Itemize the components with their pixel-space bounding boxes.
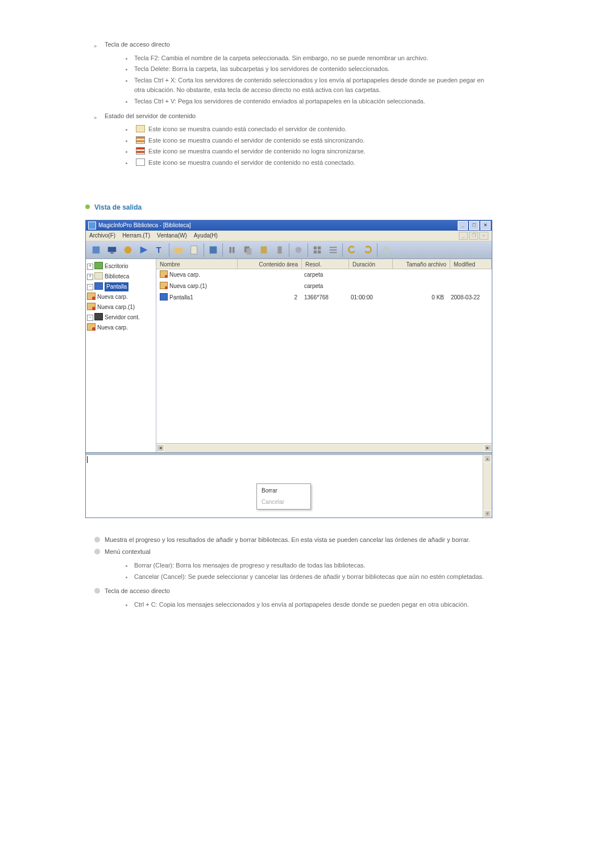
status-fail: Este icono se muestra cuando el servidor… <box>133 147 495 157</box>
shortcut-ctrl-c: Ctrl + C: Copia los mensajes seleccionad… <box>133 600 495 610</box>
tree-desktop[interactable]: +Escritorio <box>87 261 155 272</box>
folder-icon <box>160 270 168 278</box>
col-mod[interactable]: Modified <box>450 259 492 269</box>
list-row[interactable]: Pantalla1 2 1366*768 01:00:00 0 KB 2008-… <box>156 292 492 303</box>
tool-folder-up-icon[interactable] <box>171 243 186 257</box>
tool-paste-icon[interactable] <box>256 243 272 257</box>
mdi-restore-button[interactable]: ❐ <box>469 232 478 240</box>
menu-help[interactable]: Ayuda(H) <box>194 231 218 240</box>
arrow-icon: ▸ <box>94 113 100 119</box>
folder-icon <box>160 282 168 289</box>
shortcut-heading-text: Tecla de acceso directo <box>105 41 170 48</box>
tree-library[interactable]: +Biblioteca <box>87 272 155 282</box>
titlebar[interactable]: MagicInfoPro Biblioteca - [Biblioteca] _… <box>86 220 492 231</box>
menu-window[interactable]: Ventana(W) <box>157 231 187 240</box>
svg-rect-0 <box>93 246 100 253</box>
svg-point-22 <box>383 246 391 253</box>
ctx-clear-desc: Borrar (Clear): Borra los mensajes de pr… <box>133 561 495 571</box>
app-window: MagicInfoPro Biblioteca - [Biblioteca] _… <box>85 220 492 518</box>
status-heading-text: Estado del servidor de contenido <box>105 112 196 119</box>
status-syncing: Este icono se muestra cuando el servidor… <box>133 136 495 146</box>
output-pane[interactable]: ▲ ▼ Borrar Cancelar <box>86 454 492 518</box>
tool-delete-icon[interactable] <box>272 243 288 257</box>
context-menu: Borrar Cancelar <box>256 483 311 510</box>
tool-arrow-icon[interactable] <box>136 243 152 257</box>
menu-tools[interactable]: Herram.(T) <box>122 231 150 240</box>
tool-copy-icon[interactable] <box>240 243 256 257</box>
server-sync-fail-icon <box>136 147 145 155</box>
tool-monitor-icon[interactable] <box>104 243 120 257</box>
svg-rect-8 <box>230 247 232 253</box>
scroll-up-icon[interactable]: ▲ <box>484 455 491 462</box>
shortcut-sublist-2: Ctrl + C: Copia los mensajes seleccionad… <box>105 600 495 610</box>
tool-gear-icon[interactable] <box>291 243 306 257</box>
list-h-scrollbar[interactable]: ◄ ► <box>156 443 492 452</box>
toolbar: T <box>86 241 492 259</box>
svg-rect-16 <box>318 246 321 249</box>
svg-rect-15 <box>314 246 317 249</box>
tool-new-icon[interactable] <box>186 243 202 257</box>
status-connected: Este icono se muestra cuando está conect… <box>133 124 495 135</box>
tool-view-list-icon[interactable] <box>325 243 341 257</box>
app-icon <box>88 222 96 229</box>
scroll-right-icon[interactable]: ► <box>484 444 492 452</box>
shortcut-sublist: Tecla F2: Cambia el nombre de la carpeta… <box>105 53 495 107</box>
maximize-button[interactable]: □ <box>469 221 479 230</box>
output-view-notes: Muestra el progreso y los resultados de … <box>85 535 495 610</box>
tree-newfolder-2[interactable]: Nueva carp.(1) <box>87 302 155 312</box>
col-dur[interactable]: Duración <box>349 259 393 269</box>
ctx-clear-item[interactable]: Borrar <box>258 485 309 496</box>
tree-newfolder-1[interactable]: Nueva carp. <box>87 292 155 302</box>
tree-pane[interactable]: +Escritorio +Biblioteca −Pantalla Nueva … <box>86 259 156 452</box>
tool-view-large-icon[interactable] <box>309 243 325 257</box>
output-v-scrollbar[interactable]: ▲ ▼ <box>483 455 492 518</box>
output-view-note-intro: Muestra el progreso y los resultados de … <box>94 535 495 545</box>
svg-point-3 <box>125 246 132 253</box>
context-menu-sublist: Borrar (Clear): Borra los mensajes de pr… <box>105 561 495 582</box>
svg-rect-20 <box>330 249 337 251</box>
col-resol[interactable]: Resol. <box>302 259 349 269</box>
ctx-cancel-item: Cancelar <box>258 496 309 508</box>
menu-file[interactable]: Archivo(F) <box>89 231 115 240</box>
close-button[interactable]: × <box>480 221 491 230</box>
tool-globe-icon[interactable] <box>120 243 136 257</box>
status-disconnected-text: Este icono se muestra cuando el servidor… <box>148 159 355 166</box>
tool-cut-icon[interactable] <box>224 243 240 257</box>
status-sublist: Este icono se muestra cuando está conect… <box>105 124 495 168</box>
svg-point-14 <box>296 247 302 253</box>
scroll-down-icon[interactable]: ▼ <box>484 510 491 518</box>
list-header[interactable]: Nombre Contenido área Resol. Duración Ta… <box>156 259 492 269</box>
tool-refresh-icon[interactable] <box>88 243 104 257</box>
dot-icon <box>94 537 100 542</box>
col-size[interactable]: Tamaño archivo <box>393 259 450 269</box>
tool-save-icon[interactable] <box>205 243 221 257</box>
svg-rect-13 <box>277 246 281 253</box>
status-connected-text: Este icono se muestra cuando está conect… <box>148 126 347 132</box>
tree-server[interactable]: −Servidor cont. <box>87 312 155 323</box>
screen-icon <box>160 293 168 301</box>
minimize-button[interactable]: _ <box>458 221 468 230</box>
scroll-left-icon[interactable]: ◄ <box>156 444 164 452</box>
list-row[interactable]: Nueva carp.(1) carpeta <box>156 281 492 292</box>
text-caret <box>87 456 88 463</box>
tool-undo-icon[interactable] <box>344 243 360 257</box>
ctx-cancel-desc: Cancelar (Cancel): Se puede seleccionar … <box>133 572 495 582</box>
list-row[interactable]: Nueva carp. carpeta <box>156 269 492 281</box>
mdi-minimize-button[interactable]: _ <box>459 232 468 240</box>
mdi-close-button[interactable]: × <box>479 232 488 240</box>
tool-redo-icon[interactable] <box>360 243 376 257</box>
svg-rect-7 <box>210 246 217 253</box>
tree-newfolder-3[interactable]: Nueva carp. <box>87 323 155 333</box>
col-name[interactable]: Nombre <box>156 259 238 269</box>
tool-info-icon[interactable] <box>379 243 395 257</box>
dot-icon <box>94 588 100 594</box>
svg-rect-9 <box>233 247 235 253</box>
list-pane[interactable]: Nombre Contenido área Resol. Duración Ta… <box>156 259 492 452</box>
col-area[interactable]: Contenido área <box>238 259 302 269</box>
tool-text-icon[interactable]: T <box>152 243 168 257</box>
shortcut-ctrl-x: Teclas Ctrl + X: Corta los servidores de… <box>133 76 495 95</box>
output-view-heading: Vista de salida <box>85 202 495 213</box>
svg-rect-21 <box>330 252 337 253</box>
arrow-icon: ▸ <box>94 41 100 47</box>
tree-screen[interactable]: −Pantalla <box>87 282 155 292</box>
